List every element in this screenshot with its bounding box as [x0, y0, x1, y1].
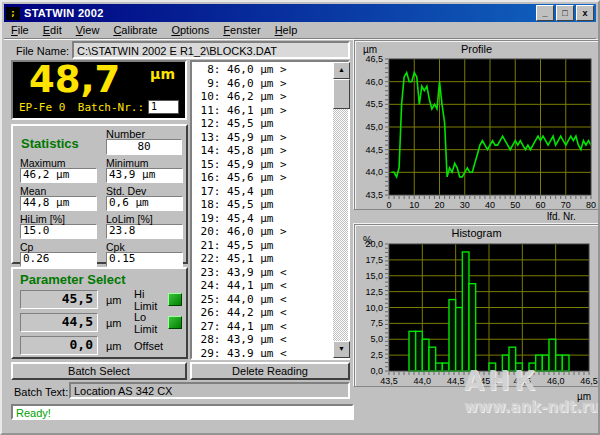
stat-maximum: Maximum46,2 µm [20, 156, 97, 184]
svg-text:46,0: 46,0 [547, 376, 565, 386]
statistics-grid: Maximum46,2 µmMinimum43,9 µmMean44,8 µmS… [20, 156, 183, 268]
batch-text-field[interactable]: Location AS 342 CX [69, 382, 350, 399]
svg-text:20: 20 [434, 200, 444, 210]
menu-item-options[interactable]: Options [164, 23, 216, 37]
svg-text:10: 10 [409, 200, 419, 210]
svg-text:46,0: 46,0 [365, 77, 383, 87]
svg-text:44,5: 44,5 [447, 376, 465, 386]
reading-row[interactable]: 9: 46,0 µm > [194, 77, 331, 91]
svg-text:50: 50 [510, 200, 520, 210]
reading-row[interactable]: 10: 46,2 µm > [194, 90, 331, 104]
reading-row[interactable]: 17: 45,4 µm [194, 185, 331, 199]
param-value-field[interactable]: 44,5 [20, 313, 98, 332]
param-value-field[interactable]: 0,0 [20, 336, 98, 355]
stat-label: LoLim [%] [106, 213, 183, 224]
stat-minimum: Minimum43,9 µm [106, 156, 183, 184]
svg-text:10,0: 10,0 [365, 303, 383, 313]
scroll-down-icon[interactable]: ▼ [333, 341, 350, 358]
parameter-select-panel: Parameter Select 45,5µmHi Limit44,5µmLo … [11, 267, 188, 359]
reading-row[interactable]: 11: 46,1 µm > [194, 104, 331, 118]
scrollbar-thumb[interactable] [333, 79, 350, 109]
profile-chart: µm Profile 0102030405060708043,544,044,5… [354, 40, 599, 210]
reading-row[interactable]: 14: 45,8 µm > [194, 144, 331, 158]
menu-item-file[interactable]: File [4, 23, 36, 37]
stat-lolim-: LoLim [%]23.8 [106, 212, 183, 240]
param-label: Hi Limit [134, 288, 168, 312]
menu-item-help[interactable]: Help [268, 23, 305, 37]
reading-row[interactable]: 26: 44,2 µm < [194, 306, 331, 320]
readings-scrollbar[interactable]: ▲ ▼ [333, 62, 348, 358]
param-row-lo-limit: 44,5µmLo Limit [20, 313, 182, 332]
batch-select-button[interactable]: Batch Select [11, 362, 187, 380]
menu-item-edit[interactable]: Edit [36, 23, 69, 37]
lcd-display: 48,7 µm EP-Fe 0 Batch-Nr.: 1 [11, 60, 187, 120]
menu-item-view[interactable]: View [69, 23, 107, 37]
svg-text:0,0: 0,0 [370, 366, 383, 376]
svg-text:40: 40 [485, 200, 495, 210]
histogram-x-axis-label: µm [577, 391, 591, 402]
svg-text:7,5: 7,5 [370, 318, 383, 328]
file-name-field[interactable]: C:\STATWIN 2002 E R1_2\BLOCK3.DAT [72, 41, 350, 59]
reading-row[interactable]: 12: 45,5 µm [194, 117, 331, 131]
reading-row[interactable]: 15: 45,9 µm > [194, 158, 331, 172]
svg-text:0: 0 [386, 200, 391, 210]
limit-led-button[interactable] [168, 316, 182, 329]
param-label: Offset [134, 340, 182, 352]
svg-text:30: 30 [460, 200, 470, 210]
reading-row[interactable]: 19: 45,4 µm [194, 212, 331, 226]
svg-text:2,5: 2,5 [370, 350, 383, 360]
reading-row[interactable]: 22: 45,1 µm [194, 252, 331, 266]
param-row-offset: 0,0µmOffset [20, 336, 182, 355]
probe-label: EP-Fe 0 [19, 101, 65, 114]
batch-nr-input[interactable]: 1 [148, 100, 179, 114]
param-row-hi-limit: 45,5µmHi Limit [20, 290, 182, 309]
svg-text:17,5: 17,5 [365, 255, 383, 265]
stat-value: 0,6 µm [106, 196, 183, 211]
reading-row[interactable]: 28: 43,9 µm < [194, 333, 331, 347]
reading-row[interactable]: 8: 46,0 µm > [194, 63, 331, 77]
window-title: STATWIN 2002 [24, 7, 534, 19]
svg-text:12,5: 12,5 [365, 287, 383, 297]
stat-label: HiLim [%] [20, 213, 97, 224]
menu-item-calibrate[interactable]: Calibrate [106, 23, 164, 37]
close-button[interactable]: x [576, 5, 594, 21]
scroll-up-icon[interactable]: ▲ [333, 62, 350, 79]
reading-row[interactable]: 21: 45,5 µm [194, 239, 331, 253]
svg-text:43,5: 43,5 [365, 190, 383, 200]
reading-row[interactable]: 23: 43,9 µm < [194, 266, 331, 280]
stat-mean: Mean44,8 µm [20, 184, 97, 212]
svg-text:80: 80 [586, 200, 596, 210]
profile-x-axis-label: lfd. Nr. [547, 211, 576, 222]
app-window: ; STATWIN 2002 _ □ x FileEditViewCalibra… [0, 0, 600, 435]
readings-list[interactable]: 8: 46,0 µm > 9: 46,0 µm > 10: 46,2 µm > … [190, 60, 350, 360]
param-label: Lo Limit [134, 311, 168, 335]
reading-row[interactable]: 24: 44,1 µm < [194, 279, 331, 293]
svg-text:45,5: 45,5 [365, 99, 383, 109]
profile-plot: 0102030405060708043,544,044,545,045,546,… [355, 41, 600, 211]
minimize-button[interactable]: _ [536, 5, 554, 21]
histogram-chart: % Histogram 43,544,044,545,045,546,046,5… [354, 224, 599, 387]
stat-label: Cpk [106, 241, 183, 252]
reading-row[interactable]: 13: 45,9 µm > [194, 131, 331, 145]
reading-row[interactable]: 29: 43,9 µm < [194, 347, 331, 358]
reading-row[interactable]: 16: 45,6 µm > [194, 171, 331, 185]
status-bar: Ready! [11, 404, 354, 420]
reading-row[interactable]: 20: 46,0 µm > [194, 225, 331, 239]
reading-row[interactable]: 27: 44,1 µm < [194, 320, 331, 334]
batch-nr-label: Batch-Nr.: [78, 101, 144, 114]
title-bar[interactable]: ; STATWIN 2002 _ □ x [4, 4, 596, 22]
stat-label: Maximum [20, 157, 97, 168]
maximize-button[interactable]: □ [556, 5, 574, 21]
file-name-label: File Name: [16, 45, 69, 57]
param-unit-label: µm [106, 294, 128, 306]
svg-text:70: 70 [561, 200, 571, 210]
reading-row[interactable]: 25: 44,0 µm < [194, 293, 331, 307]
menu-item-fenster[interactable]: Fenster [216, 23, 267, 37]
limit-led-button[interactable] [168, 293, 182, 306]
delete-reading-button[interactable]: Delete Reading [190, 362, 350, 380]
svg-text:5,0: 5,0 [370, 334, 383, 344]
number-field: 80 [106, 139, 182, 155]
param-value-field[interactable]: 45,5 [20, 290, 98, 309]
menu-bar: FileEditViewCalibrateOptionsFensterHelp [4, 22, 596, 39]
reading-row[interactable]: 18: 45,5 µm [194, 198, 331, 212]
